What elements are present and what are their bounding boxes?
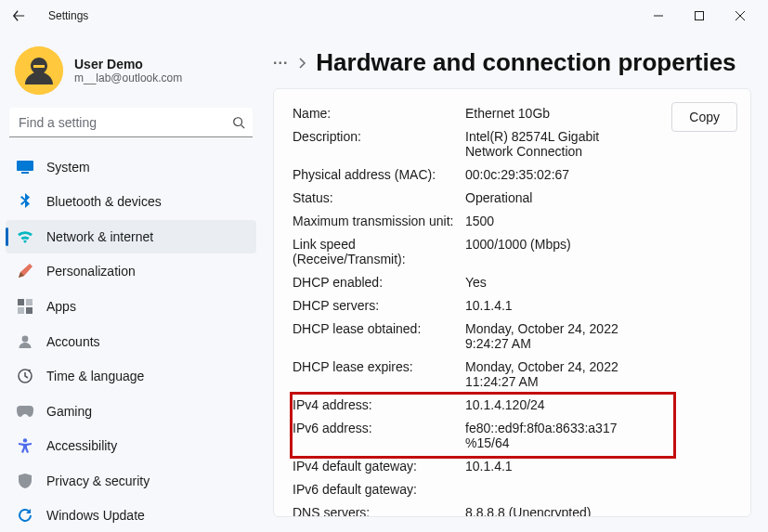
property-label: Name:	[293, 106, 465, 121]
property-value: Ethernet 10Gb	[465, 106, 623, 121]
property-value: fe80::ed9f:8f0a:8633:a317%15/64	[465, 421, 623, 450]
property-value: Intel(R) 82574L Gigabit Network Connecti…	[465, 129, 623, 159]
minimize-icon	[654, 11, 663, 20]
sidebar-item-label: Accounts	[46, 334, 100, 349]
sidebar-item-label: Accessibility	[46, 438, 117, 453]
svg-rect-6	[26, 299, 33, 305]
properties-list: Name:Ethernet 10GbDescription:Intel(R) 8…	[293, 102, 671, 517]
sidebar-item-label: Apps	[46, 299, 76, 314]
property-label: IPv4 address:	[293, 397, 465, 412]
sidebar: User Demo m__lab@outlook.com SystemBluet…	[0, 32, 262, 532]
sidebar-item-privacy[interactable]: Privacy & security	[6, 464, 256, 498]
breadcrumb-ellipsis[interactable]: ···	[273, 55, 288, 71]
sidebar-item-accessibility[interactable]: Accessibility	[6, 429, 256, 462]
gaming-icon	[17, 403, 33, 420]
sidebar-item-bluetooth[interactable]: Bluetooth & devices	[6, 186, 256, 219]
property-row: Name:Ethernet 10Gb	[293, 102, 671, 125]
property-row: Link speed (Receive/Transmit):1000/1000 …	[293, 233, 671, 271]
property-label: Link speed (Receive/Transmit):	[293, 237, 465, 266]
svg-point-11	[23, 438, 27, 442]
property-value: Monday, October 24, 2022 11:24:27 AM	[465, 359, 623, 389]
maximize-icon	[695, 11, 704, 20]
privacy-icon	[17, 473, 33, 489]
property-value: 8.8.8.8 (Unencrypted) 8.8.4.4 (Unencrypt…	[465, 505, 623, 517]
property-row: DNS servers:8.8.8.8 (Unencrypted) 8.8.4.…	[293, 501, 671, 517]
sidebar-item-time[interactable]: Time & language	[6, 359, 256, 393]
property-label: Physical address (MAC):	[293, 167, 465, 182]
property-label: DNS servers:	[293, 505, 465, 517]
window-title: Settings	[48, 9, 88, 22]
titlebar: Settings	[0, 0, 768, 32]
property-label: DHCP enabled:	[293, 275, 465, 290]
property-label: IPv6 default gateway:	[293, 482, 465, 497]
property-row: IPv6 address:fe80::ed9f:8f0a:8633:a317%1…	[293, 417, 671, 455]
sidebar-item-accounts[interactable]: Accounts	[6, 325, 256, 358]
chevron-right-icon	[297, 58, 306, 69]
page-title: Hardware and connection properties	[316, 48, 735, 77]
avatar	[15, 46, 63, 95]
user-email: m__lab@outlook.com	[74, 71, 182, 84]
property-label: IPv4 default gateway:	[293, 459, 465, 474]
property-value: 1500	[465, 214, 623, 228]
property-value: 10.1.4.1	[465, 298, 623, 313]
svg-rect-0	[696, 12, 704, 20]
accessibility-icon	[17, 437, 33, 454]
property-label: IPv6 address:	[293, 421, 465, 450]
sidebar-item-label: Windows Update	[46, 508, 145, 523]
search-wrap	[9, 108, 253, 137]
search-icon	[232, 116, 245, 129]
sidebar-item-label: Personalization	[46, 264, 136, 279]
sidebar-item-label: Bluetooth & devices	[46, 194, 162, 209]
property-value	[465, 482, 623, 497]
sidebar-item-system[interactable]: System	[6, 150, 256, 184]
time-icon	[17, 368, 33, 384]
sidebar-item-gaming[interactable]: Gaming	[6, 395, 256, 428]
property-row: DHCP lease obtained:Monday, October 24, …	[293, 318, 671, 356]
sidebar-item-label: Privacy & security	[46, 474, 150, 488]
maximize-button[interactable]	[679, 2, 720, 30]
property-row: Maximum transmission unit:1500	[293, 210, 671, 233]
apps-icon	[17, 298, 33, 315]
personalize-icon	[17, 263, 33, 279]
property-row: Description:Intel(R) 82574L Gigabit Netw…	[293, 125, 671, 163]
svg-rect-4	[21, 172, 29, 174]
user-account-block[interactable]: User Demo m__lab@outlook.com	[6, 37, 256, 108]
nav-list: SystemBluetooth & devicesNetwork & inter…	[6, 150, 256, 532]
close-button[interactable]	[720, 2, 761, 30]
svg-rect-8	[26, 307, 33, 314]
property-label: DHCP servers:	[293, 298, 465, 313]
property-row: IPv4 address:10.1.4.120/24	[293, 394, 671, 417]
svg-point-2	[234, 118, 242, 126]
property-label: Maximum transmission unit:	[293, 214, 465, 228]
property-value: Yes	[465, 275, 623, 290]
svg-point-9	[22, 335, 29, 342]
property-label: Status:	[293, 190, 465, 205]
copy-button[interactable]: Copy	[671, 102, 737, 132]
svg-rect-3	[17, 161, 33, 171]
property-row: DHCP servers:10.1.4.1	[293, 294, 671, 318]
close-icon	[735, 11, 745, 20]
sidebar-item-apps[interactable]: Apps	[6, 290, 256, 323]
bluetooth-icon	[17, 193, 33, 210]
network-icon	[17, 228, 33, 245]
property-value: 10.1.4.120/24	[465, 397, 623, 412]
back-button[interactable]	[7, 5, 30, 27]
sidebar-item-personalize[interactable]: Personalization	[6, 255, 256, 289]
property-row: IPv4 default gateway:10.1.4.1	[293, 455, 671, 478]
accounts-icon	[17, 333, 33, 350]
property-row: DHCP enabled:Yes	[293, 271, 671, 294]
property-value: Operational	[465, 190, 623, 205]
system-icon	[17, 159, 33, 175]
sidebar-item-label: Time & language	[46, 369, 144, 383]
back-arrow-icon	[12, 9, 25, 22]
minimize-button[interactable]	[638, 2, 679, 30]
sidebar-item-update[interactable]: Windows Update	[6, 499, 256, 532]
property-value: 1000/1000 (Mbps)	[465, 237, 623, 266]
property-value: 10.1.4.1	[465, 459, 623, 474]
search-input[interactable]	[9, 108, 253, 137]
sidebar-item-network[interactable]: Network & internet	[6, 220, 256, 253]
sidebar-item-label: Network & internet	[46, 229, 153, 244]
breadcrumb-header: ··· Hardware and connection properties	[267, 32, 768, 88]
property-label: Description:	[293, 129, 465, 159]
property-label: DHCP lease expires:	[293, 359, 465, 389]
